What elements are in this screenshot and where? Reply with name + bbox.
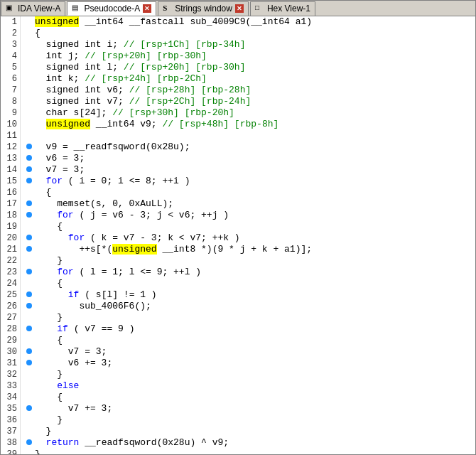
code-text: int k; // [rsp+24h] [rbp-2Ch] bbox=[35, 73, 472, 85]
tab-ida-view[interactable]: ▣ IDA View-A bbox=[1, 1, 65, 16]
code-line: memset(s, 0, 0xAuLL); bbox=[23, 198, 472, 210]
line-number: 33 bbox=[4, 380, 17, 392]
line-number: 2 bbox=[4, 28, 17, 39]
code-line: { bbox=[23, 28, 472, 39]
code-line: unsigned __int64 v9; // [rsp+48h] [rbp-8… bbox=[23, 119, 472, 130]
breakpoint-dot bbox=[23, 164, 35, 176]
line-number: 39 bbox=[4, 449, 17, 454]
line-number: 23 bbox=[4, 267, 17, 278]
breakpoint-dot bbox=[23, 323, 35, 335]
code-text: v6 += 3; bbox=[35, 358, 472, 369]
code-text: { bbox=[35, 187, 472, 198]
line-number: 25 bbox=[4, 289, 17, 301]
line-number: 7 bbox=[4, 85, 17, 96]
line-number: 35 bbox=[4, 403, 17, 414]
hex-view-icon: □ bbox=[255, 4, 265, 14]
code-text: else bbox=[35, 380, 472, 392]
breakpoint-dot bbox=[23, 301, 35, 312]
code-line: { bbox=[23, 187, 472, 198]
code-line: v9 = __readfsqword(0x28u); bbox=[23, 141, 472, 153]
tab-hex-view[interactable]: □ Hex View-1 bbox=[250, 1, 315, 16]
pseudocode-close-button[interactable]: ✕ bbox=[143, 4, 151, 13]
code-text: signed int i; // [rsp+1Ch] [rbp-34h] bbox=[35, 39, 472, 50]
code-text: { bbox=[35, 335, 472, 346]
code-text: v7 += 3; bbox=[35, 403, 472, 414]
code-line: { bbox=[23, 335, 472, 346]
code-text: v6 = 3; bbox=[35, 153, 472, 164]
breakpoint-dot bbox=[23, 346, 35, 358]
breakpoint-dot bbox=[23, 210, 35, 221]
breakpoint-dot bbox=[23, 267, 35, 278]
line-number: 27 bbox=[4, 312, 17, 323]
code-text: { bbox=[35, 392, 472, 403]
line-number: 3 bbox=[4, 39, 17, 50]
strings-icon: S bbox=[163, 4, 173, 14]
code-text: if ( v7 == 9 ) bbox=[35, 323, 472, 335]
code-text: } bbox=[35, 312, 472, 323]
code-text: } bbox=[35, 369, 472, 380]
code-content: unsigned __int64 __fastcall sub_4009C9(_… bbox=[21, 16, 475, 454]
code-line: v6 = 3; bbox=[23, 153, 472, 164]
breakpoint-dot bbox=[23, 358, 35, 369]
line-number: 13 bbox=[4, 153, 17, 164]
line-number: 37 bbox=[4, 426, 17, 437]
code-text: signed int v6; // [rsp+28h] [rbp-28h] bbox=[35, 85, 472, 96]
code-text: ++s[*(unsigned __int8 *)(9 * j + k + a1)… bbox=[35, 244, 472, 255]
breakpoint-dot bbox=[23, 232, 35, 244]
code-area[interactable]: 1234567891011121314151617181920212223242… bbox=[1, 16, 475, 454]
breakpoint-dot bbox=[23, 198, 35, 210]
line-number: 21 bbox=[4, 244, 17, 255]
breakpoint-dot bbox=[23, 244, 35, 255]
breakpoint-dot bbox=[23, 289, 35, 301]
breakpoint-dot bbox=[23, 141, 35, 153]
code-line: sub_4006F6(); bbox=[23, 301, 472, 312]
tab-strings[interactable]: S Strings window ✕ bbox=[158, 1, 249, 16]
line-number: 20 bbox=[4, 232, 17, 244]
code-line: if ( s[l] != 1 ) bbox=[23, 289, 472, 301]
breakpoint-dot bbox=[23, 153, 35, 164]
tab-strings-label: Strings window bbox=[175, 4, 232, 14]
code-line: v7 += 3; bbox=[23, 403, 472, 414]
code-text: v9 = __readfsqword(0x28u); bbox=[35, 141, 472, 153]
code-line: v7 = 3; bbox=[23, 346, 472, 358]
code-text: unsigned __int64 v9; // [rsp+48h] [rbp-8… bbox=[35, 119, 472, 130]
code-text: signed int l; // [rsp+20h] [rbp-30h] bbox=[35, 62, 472, 73]
code-text: for ( i = 0; i <= 8; ++i ) bbox=[35, 176, 472, 187]
strings-close-button[interactable]: ✕ bbox=[235, 4, 244, 13]
line-number: 29 bbox=[4, 335, 17, 346]
code-text: sub_4006F6(); bbox=[35, 301, 472, 312]
code-text: return __readfsqword(0x28u) ^ v9; bbox=[35, 437, 472, 449]
code-line bbox=[23, 130, 472, 141]
code-line: for ( i = 0; i <= 8; ++i ) bbox=[23, 176, 472, 187]
tab-pseudocode[interactable]: ▤ Pseudocode-A ✕ bbox=[67, 1, 156, 16]
code-text: v7 = 3; bbox=[35, 164, 472, 176]
code-line: } bbox=[23, 312, 472, 323]
line-number: 12 bbox=[4, 141, 17, 153]
code-line: signed int i; // [rsp+1Ch] [rbp-34h] bbox=[23, 39, 472, 50]
code-line: int j; // [rsp+20h] [rbp-30h] bbox=[23, 50, 472, 62]
line-number: 28 bbox=[4, 323, 17, 335]
tab-bar: ▣ IDA View-A ▤ Pseudocode-A ✕ S Strings … bbox=[1, 1, 475, 16]
code-line: signed int v7; // [rsp+2Ch] [rbp-24h] bbox=[23, 96, 472, 107]
line-number: 26 bbox=[4, 301, 17, 312]
code-text: { bbox=[35, 28, 472, 39]
line-number: 30 bbox=[4, 346, 17, 358]
line-number: 36 bbox=[4, 414, 17, 426]
tab-hex-view-label: Hex View-1 bbox=[267, 4, 310, 14]
code-line: for ( l = 1; l <= 9; ++l ) bbox=[23, 267, 472, 278]
line-number: 15 bbox=[4, 176, 17, 187]
line-number: 31 bbox=[4, 358, 17, 369]
code-line: signed int v6; // [rsp+28h] [rbp-28h] bbox=[23, 85, 472, 96]
code-line: } bbox=[23, 369, 472, 380]
line-number: 16 bbox=[4, 187, 17, 198]
code-line: } bbox=[23, 255, 472, 267]
breakpoint-dot bbox=[23, 176, 35, 187]
code-text: } bbox=[35, 426, 472, 437]
code-text: unsigned __int64 __fastcall sub_4009C9(_… bbox=[35, 16, 472, 28]
line-number: 8 bbox=[4, 96, 17, 107]
code-line: else bbox=[23, 380, 472, 392]
code-text: for ( l = 1; l <= 9; ++l ) bbox=[35, 267, 472, 278]
line-number: 4 bbox=[4, 50, 17, 62]
line-number: 1 bbox=[4, 16, 17, 28]
line-number: 14 bbox=[4, 164, 17, 176]
